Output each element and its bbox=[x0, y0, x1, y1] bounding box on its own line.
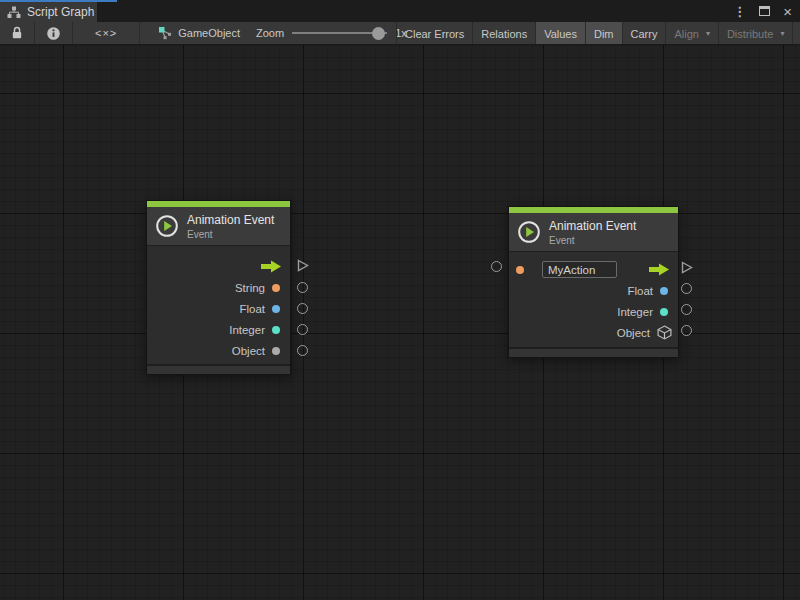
graph-canvas[interactable]: Animation Event Event String bbox=[0, 45, 800, 600]
flow-output-row bbox=[147, 256, 290, 277]
integer-port-dot bbox=[272, 326, 280, 334]
tab-script-graph[interactable]: Script Graph bbox=[0, 2, 97, 22]
tab-bar: Script Graph ⋮ × bbox=[0, 0, 800, 22]
toolbar-gap bbox=[140, 22, 148, 44]
chevron-down-icon: ▾ bbox=[706, 29, 710, 38]
script-graph-asset-icon bbox=[158, 26, 172, 40]
string-port-dot bbox=[516, 266, 524, 274]
carry-button[interactable]: Carry bbox=[623, 22, 667, 45]
node-animation-event-2[interactable]: Animation Event Event bbox=[508, 206, 679, 358]
event-play-icon bbox=[517, 220, 541, 244]
port-label: Float bbox=[239, 303, 265, 315]
object-port-dot bbox=[272, 347, 280, 355]
port-label: Integer bbox=[229, 324, 265, 336]
node-subtitle: Event bbox=[187, 229, 274, 240]
node-header: Animation Event Event bbox=[147, 207, 290, 245]
output-row-string: String bbox=[147, 277, 290, 298]
node-title: Animation Event bbox=[187, 213, 274, 227]
object-output-port[interactable] bbox=[681, 325, 692, 336]
chevron-down-icon: ▾ bbox=[780, 29, 784, 38]
event-play-icon bbox=[155, 214, 179, 238]
node-animation-event-1[interactable]: Animation Event Event String bbox=[146, 200, 291, 375]
flow-arrow-icon bbox=[648, 263, 670, 276]
output-row-float: Float bbox=[509, 280, 678, 301]
zoom-slider-thumb[interactable] bbox=[372, 27, 385, 40]
graph-hierarchy-icon bbox=[7, 6, 21, 19]
node-header: Animation Event Event bbox=[509, 213, 678, 251]
values-toggle[interactable]: Values bbox=[536, 22, 586, 45]
port-label: Object bbox=[617, 327, 650, 339]
string-port-dot bbox=[272, 284, 280, 292]
cube-icon bbox=[657, 325, 672, 340]
node-body: String Float Integer Object bbox=[147, 245, 290, 364]
script-graph-window: Script Graph ⋮ × bbox=[0, 0, 800, 600]
name-input-port[interactable] bbox=[491, 261, 502, 272]
output-row-float: Float bbox=[147, 298, 290, 319]
maximize-icon[interactable] bbox=[759, 6, 770, 16]
node-footer bbox=[509, 347, 678, 357]
graph-owner[interactable]: GameObject bbox=[148, 22, 250, 44]
zoom-label: Zoom bbox=[256, 27, 284, 39]
output-row-integer: Integer bbox=[509, 301, 678, 322]
float-port-dot bbox=[660, 287, 668, 295]
output-row-object: Object bbox=[509, 322, 678, 343]
dim-toggle[interactable]: Dim bbox=[586, 22, 623, 45]
port-label: Object bbox=[232, 345, 265, 357]
distribute-dropdown[interactable]: Distribute ▾ bbox=[719, 22, 793, 45]
code-icon: <×> bbox=[95, 27, 117, 39]
info-button[interactable] bbox=[35, 22, 73, 44]
clear-errors-button[interactable]: Clear Errors bbox=[397, 22, 473, 45]
node-footer bbox=[147, 364, 290, 374]
name-input-row bbox=[509, 259, 678, 280]
string-output-port[interactable] bbox=[297, 282, 308, 293]
port-label: Integer bbox=[617, 306, 653, 318]
relations-button[interactable]: Relations bbox=[473, 22, 536, 45]
distribute-label: Distribute bbox=[727, 28, 773, 40]
float-output-port[interactable] bbox=[681, 283, 692, 294]
output-row-object: Object bbox=[147, 340, 290, 361]
zoom-slider[interactable] bbox=[292, 27, 387, 40]
window-controls: ⋮ × bbox=[733, 0, 792, 22]
flow-output-port[interactable] bbox=[680, 261, 693, 274]
node-title: Animation Event bbox=[549, 219, 636, 233]
port-label: Float bbox=[627, 285, 653, 297]
integer-output-port[interactable] bbox=[681, 304, 692, 315]
window-menu-icon[interactable]: ⋮ bbox=[733, 5, 746, 18]
tab-title: Script Graph bbox=[27, 5, 94, 19]
node-body: Float Integer Object bbox=[509, 251, 678, 347]
integer-output-port[interactable] bbox=[297, 324, 308, 335]
port-label: String bbox=[235, 282, 265, 294]
align-dropdown[interactable]: Align ▾ bbox=[666, 22, 718, 45]
output-row-integer: Integer bbox=[147, 319, 290, 340]
float-port-dot bbox=[272, 305, 280, 313]
embed-code-button[interactable]: <×> bbox=[73, 22, 140, 44]
node-subtitle: Event bbox=[549, 235, 636, 246]
integer-port-dot bbox=[660, 308, 668, 316]
lock-button[interactable] bbox=[0, 22, 35, 44]
close-icon[interactable]: × bbox=[783, 4, 792, 19]
graph-owner-label: GameObject bbox=[178, 27, 240, 39]
toolbar-right-group: Clear Errors Relations Values Dim Carry … bbox=[396, 22, 800, 45]
float-output-port[interactable] bbox=[297, 303, 308, 314]
zoom-control: Zoom 1x bbox=[250, 22, 413, 44]
lock-icon bbox=[11, 26, 23, 40]
overview-button[interactable]: Overv bbox=[793, 22, 800, 45]
info-icon bbox=[46, 26, 61, 41]
event-name-input[interactable] bbox=[542, 261, 617, 278]
align-label: Align bbox=[674, 28, 698, 40]
object-output-port[interactable] bbox=[297, 345, 308, 356]
flow-arrow-icon bbox=[260, 260, 282, 273]
graph-toolbar: <×> GameObject Zoom 1x Clear Err bbox=[0, 22, 800, 45]
flow-output-port[interactable] bbox=[296, 259, 309, 272]
